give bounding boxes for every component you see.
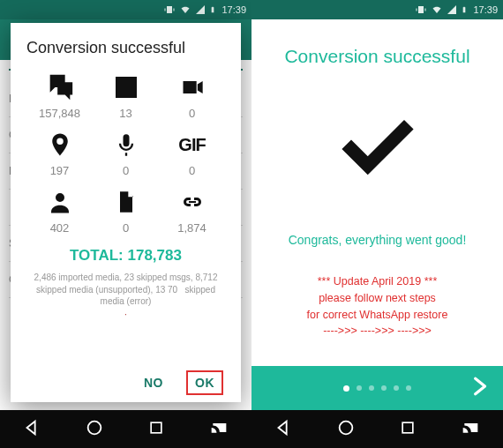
stat-images: 13	[93, 70, 159, 120]
stat-videos: 0	[159, 70, 225, 120]
phone-right: 17:39 Conversion successful Congrats, ev…	[252, 0, 503, 448]
page-dot[interactable]	[381, 385, 387, 391]
conversion-dialog: Conversion successful 157,848 13 0 197	[11, 23, 241, 402]
no-button[interactable]: NO	[139, 374, 169, 392]
status-time: 17:39	[473, 4, 498, 15]
vibrate-icon	[163, 4, 176, 15]
update-line: *** Update April 2019 ***	[307, 273, 448, 290]
nav-bar	[252, 410, 503, 448]
cast-icon[interactable]	[208, 419, 229, 440]
ok-button[interactable]: OK	[190, 374, 220, 392]
stat-count: 0	[123, 164, 129, 177]
wifi-icon	[431, 4, 443, 15]
link-icon	[176, 191, 209, 213]
stat-chats: 157,848	[26, 70, 93, 120]
back-button[interactable]	[22, 418, 41, 441]
dialog-title: Conversion successful	[26, 39, 225, 57]
footnote-dot: ·	[26, 310, 225, 319]
location-icon	[47, 129, 73, 161]
success-screen: Conversion successful Congrats, everythi…	[252, 19, 503, 410]
recents-button[interactable]	[399, 419, 417, 440]
congrats-text: Congrats, everything went good!	[289, 233, 467, 247]
stat-count: 0	[123, 221, 129, 235]
gif-icon: GIF	[178, 135, 205, 155]
image-icon	[110, 73, 142, 101]
total-label: TOTAL: 178,783	[26, 247, 225, 265]
chat-icon	[43, 72, 77, 102]
footnote: 2,486 imported media, 23 skipped msgs, 8…	[26, 272, 225, 308]
page-dot[interactable]	[394, 385, 399, 391]
stat-count: 13	[119, 107, 131, 120]
stat-documents: 0	[93, 184, 159, 235]
battery-icon	[461, 4, 468, 15]
page-title: Conversion successful	[284, 46, 469, 67]
svg-point-0	[88, 421, 101, 434]
checkmark-icon	[325, 109, 431, 192]
recents-button[interactable]	[147, 419, 165, 440]
page-dot[interactable]	[369, 385, 374, 391]
signal-icon	[195, 4, 206, 15]
next-button[interactable]	[468, 375, 491, 401]
update-notice: *** Update April 2019 *** please follow …	[307, 273, 448, 340]
battery-icon	[209, 4, 216, 15]
vibrate-icon	[415, 4, 427, 15]
home-button[interactable]	[85, 418, 104, 441]
status-bar: 17:39	[252, 0, 503, 19]
stat-count: 157,848	[39, 107, 80, 120]
status-bar: 17:39	[0, 0, 252, 19]
stat-contacts: 402	[26, 184, 93, 235]
document-icon	[114, 187, 139, 217]
mic-icon	[114, 129, 139, 161]
stat-locations: 197	[26, 127, 93, 177]
contact-icon	[47, 187, 73, 217]
status-time: 17:39	[221, 4, 246, 15]
stat-voice: 0	[93, 127, 159, 177]
update-line: for correct WhatsApp restore	[307, 307, 448, 324]
pager-bar	[252, 366, 503, 410]
stat-links: 1,874	[159, 184, 225, 235]
update-line: please follow next steps	[307, 290, 448, 307]
wifi-icon	[179, 4, 191, 15]
page-dot[interactable]	[357, 385, 362, 391]
stat-gifs: GIF 0	[159, 127, 225, 177]
page-dots	[343, 385, 411, 392]
stat-count: 0	[189, 164, 195, 177]
svg-rect-1	[151, 422, 161, 433]
home-button[interactable]	[336, 418, 356, 441]
stat-count: 1,874	[177, 221, 206, 235]
dialog-buttons: NO OK	[26, 365, 225, 393]
stat-count: 0	[189, 107, 195, 120]
back-button[interactable]	[274, 418, 293, 441]
nav-bar	[0, 410, 252, 448]
svg-point-2	[340, 421, 353, 434]
page-dot[interactable]	[406, 385, 411, 391]
stat-count: 402	[50, 221, 70, 235]
stat-count: 197	[50, 164, 70, 177]
svg-rect-3	[402, 422, 413, 433]
cast-icon[interactable]	[460, 419, 481, 440]
phone-left: 17:39 B C D S C Conversion successful 15…	[0, 0, 252, 448]
video-icon	[176, 75, 208, 100]
stats-grid: 157,848 13 0 197 0	[26, 70, 225, 235]
page-dot[interactable]	[343, 385, 349, 392]
signal-icon	[447, 4, 457, 15]
update-line: ---->>> ---->>> ---->>>	[307, 323, 448, 340]
